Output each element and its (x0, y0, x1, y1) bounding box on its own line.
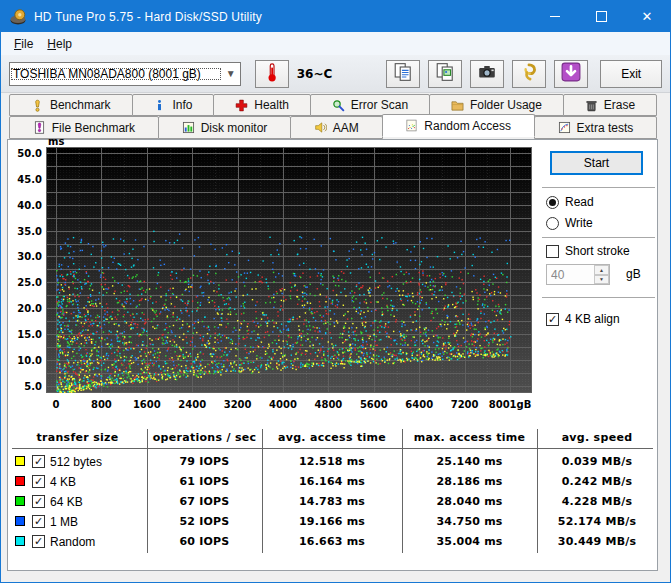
start-button[interactable]: Start (550, 151, 643, 175)
toolbar-buttons (386, 60, 588, 88)
checkbox-icon (546, 245, 559, 258)
tab-benchmark[interactable]: Benchmark (9, 94, 133, 116)
drive-select[interactable]: TOSHIBA MN08ADA800 (8001 gB) ▼ (9, 62, 241, 86)
tab-label: Benchmark (50, 98, 111, 112)
short-stroke-size-input[interactable] (547, 265, 594, 284)
iops-value: 67 IOPS (147, 495, 262, 508)
error-scan-icon (332, 99, 345, 112)
tab-label: Error Scan (351, 98, 408, 112)
minimize-button[interactable] (532, 1, 578, 32)
maximize-button[interactable] (578, 1, 624, 32)
table-row-random: ✓Random60 IOPS16.663 ms35.004 ms30.449 M… (8, 533, 657, 553)
tab-info[interactable]: Info (132, 94, 215, 116)
series-label: Random (50, 535, 95, 549)
spinner-down-button[interactable]: ▼ (594, 275, 609, 285)
tab-extra-tests[interactable]: Extra tests (534, 116, 657, 139)
disk-monitor-icon (182, 121, 195, 134)
y-tick-label: 20.0 (10, 303, 42, 314)
minimize-icon (550, 16, 560, 17)
tab-error-scan[interactable]: Error Scan (310, 94, 430, 116)
read-radio[interactable]: Read (546, 195, 594, 209)
x-tick-label: 7200 (451, 399, 479, 410)
options-button[interactable] (512, 60, 546, 88)
series-checkbox-64-kb[interactable]: ✓ (32, 495, 45, 508)
short-stroke-size-spinner: ▲ ▼ (546, 264, 610, 285)
test-options-panel: Start Read Write Short stroke ▲ ▼ (538, 140, 658, 425)
avg-speed-value: 4.228 MB/s (537, 495, 657, 508)
tab-aam[interactable]: AAM (290, 116, 383, 139)
extra-tests-icon (558, 121, 571, 134)
table-row-64-kb: ✓64 KB67 IOPS14.783 ms28.040 ms4.228 MB/… (8, 493, 657, 513)
y-tick-label: 40.0 (10, 200, 42, 211)
temperature-button[interactable] (255, 60, 289, 88)
series-label: 64 KB (50, 495, 83, 509)
table-row-1-mb: ✓1 MB52 IOPS19.166 ms34.750 ms52.174 MB/… (8, 513, 657, 533)
folder-usage-icon (451, 99, 464, 112)
series-checkbox-1-mb[interactable]: ✓ (32, 515, 45, 528)
copy-text-button[interactable] (386, 60, 420, 88)
avg-access-time-value: 16.663 ms (262, 535, 402, 548)
panel-separator (542, 187, 655, 188)
tab-random-access[interactable]: Random Access (382, 114, 535, 137)
aam-icon (314, 121, 327, 134)
write-radio[interactable]: Write (546, 216, 593, 230)
radio-dot-icon (546, 196, 559, 209)
tab-label: AAM (333, 121, 359, 135)
x-tick-label: 8001gB (489, 399, 532, 410)
y-tick-label: 30.0 (10, 251, 42, 262)
maximize-icon (596, 11, 607, 22)
tab-control: BenchmarkInfoHealthError ScanFolder Usag… (7, 94, 658, 139)
avg-speed-value: 0.242 MB/s (537, 475, 657, 488)
table-row-512-bytes: ✓512 bytes79 IOPS12.518 ms25.140 ms0.039… (8, 453, 657, 473)
tab-folder-usage[interactable]: Folder Usage (429, 94, 564, 116)
random-access-scatter-canvas (46, 147, 532, 393)
tab-label: Health (254, 98, 289, 112)
series-checkbox-4-kb[interactable]: ✓ (32, 475, 45, 488)
avg-access-time-value: 12.518 ms (262, 455, 402, 468)
copy-image-icon (435, 62, 455, 85)
x-tick-label: 4000 (269, 399, 297, 410)
y-tick-label: 50.0 (10, 148, 42, 159)
avg-speed-value: 30.449 MB/s (537, 535, 657, 548)
tab-row-2: File BenchmarkDisk monitorAAMRandom Acce… (7, 116, 658, 139)
series-checkbox-512-bytes[interactable]: ✓ (32, 455, 45, 468)
toolbar: TOSHIBA MN08ADA800 (8001 gB) ▼ 36~C Exit (1, 55, 670, 93)
menu-item-help[interactable]: Help (40, 34, 79, 54)
spinner-buttons: ▲ ▼ (594, 265, 609, 284)
update-download-icon (561, 62, 581, 85)
screenshot-button[interactable] (470, 60, 504, 88)
tab-label: Erase (604, 98, 635, 112)
4kb-align-checkbox[interactable]: ✓ 4 KB align (546, 312, 620, 326)
iops-value: 79 IOPS (147, 455, 262, 468)
menu-item-file[interactable]: File (7, 34, 40, 54)
avg-access-time-value: 19.166 ms (262, 515, 402, 528)
tab-erase[interactable]: Erase (563, 94, 657, 116)
max-access-time-value: 28.186 ms (402, 475, 537, 488)
window-controls: ✕ (532, 1, 670, 32)
x-tick-label: 6400 (405, 399, 433, 410)
iops-value: 61 IOPS (147, 475, 262, 488)
y-tick-label: 45.0 (10, 174, 42, 185)
short-stroke-label: Short stroke (565, 244, 630, 258)
tab-file-benchmark[interactable]: File Benchmark (9, 116, 159, 139)
tab-disk-monitor[interactable]: Disk monitor (158, 116, 291, 139)
column-header-4: max. access time (402, 431, 537, 444)
y-tick-label: 15.0 (10, 329, 42, 340)
tab-page-random-access: ms 50.045.040.035.030.025.020.015.010.05… (7, 139, 658, 571)
tab-row-1: BenchmarkInfoHealthError ScanFolder Usag… (7, 94, 658, 116)
max-access-time-value: 34.750 ms (402, 515, 537, 528)
short-stroke-checkbox[interactable]: Short stroke (546, 244, 630, 258)
series-checkbox-random[interactable]: ✓ (32, 535, 45, 548)
spinner-up-button[interactable]: ▲ (594, 265, 609, 275)
copy-image-button[interactable] (428, 60, 462, 88)
close-button[interactable]: ✕ (624, 1, 670, 32)
app-icon (9, 8, 27, 26)
exit-button[interactable]: Exit (600, 60, 662, 88)
max-access-time-value: 35.004 ms (402, 535, 537, 548)
window-title: HD Tune Pro 5.75 - Hard Disk/SSD Utility (34, 10, 262, 24)
update-button[interactable] (554, 60, 588, 88)
drive-select-value: TOSHIBA MN08ADA800 (8001 gB) (10, 67, 222, 81)
x-tick-label: 3200 (224, 399, 252, 410)
tab-health[interactable]: Health (213, 94, 311, 116)
series-label: 1 MB (50, 515, 78, 529)
